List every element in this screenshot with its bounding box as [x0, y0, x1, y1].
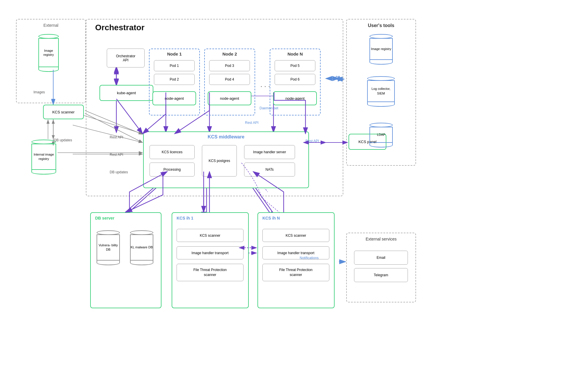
notifications-label: Notifications [300, 256, 319, 260]
kube-agent-box: kube-agent [99, 85, 153, 101]
pod4-label: Pod 4 [225, 77, 234, 81]
pod1-label: Pod 1 [170, 64, 179, 68]
node2-box: Node 2 Pod 3 Pod 4 node-agent [204, 49, 255, 115]
pod6-label: Pod 6 [290, 77, 299, 81]
images-label: Images [33, 90, 45, 94]
kcs-ihN-ftp-box: File Threat Protectionscanner [262, 264, 329, 281]
db-server-title: DB server [95, 216, 114, 220]
telegram-label: Telegram [374, 273, 388, 277]
rest-api-top-label: Rest API [245, 121, 259, 125]
rest-api-panel-label: Rest API [305, 139, 319, 143]
orchestrator-title: Orchestrator [95, 23, 145, 32]
node-agentN-label: node-agent [285, 96, 305, 101]
internal-image-registry: Internal image registry [31, 140, 56, 174]
node-agent1-box: node-agent [152, 91, 196, 105]
kcs-ihN-ftp-label: File Threat Protectionscanner [279, 268, 313, 277]
kcs-ihN-transport-box: Image handler transport [262, 246, 329, 259]
kcs-postgres-box: KCS postgres [202, 145, 237, 177]
rest-api-label-2: Rest API [110, 153, 123, 157]
vuln-db-label: Vulnera- bility DB [97, 243, 119, 252]
node1-label: Node 1 [150, 51, 199, 56]
kcs-ih1-title: KCS ih 1 [177, 216, 193, 220]
kcs-ihN-box: KCS ih N KCS scanner Image handler trans… [257, 212, 335, 308]
pod4-box: Pod 4 [209, 74, 250, 85]
ellipsis: · · · [260, 82, 270, 90]
kcs-middleware-box: KCS middleware KCS licences Processing K… [143, 131, 309, 188]
kube-agent-label: kube-agent [117, 91, 136, 95]
pod1-box: Pod 1 [154, 60, 195, 71]
kl-malware-db-cylinder: KL malware DB [130, 230, 153, 265]
pod5-box: Pod 5 [275, 60, 315, 71]
ext-image-registry-cylinder: Image registry [38, 34, 59, 72]
users-tools-box: User's tools Image registry Log collecto… [346, 19, 416, 166]
node2-label: Node 2 [205, 51, 255, 56]
pod5-label: Pod 5 [290, 64, 299, 68]
pod6-box: Pod 6 [275, 74, 315, 85]
kcs-licences-label: KCS licences [162, 150, 182, 154]
orchestrator-box: Orchestrator OrchestratorAPI kube-agent … [86, 19, 343, 196]
external-services-box: External services Email Telegram [346, 233, 416, 302]
kcs-ihN-scanner-label: KCS scanner [286, 234, 306, 238]
pod2-label: Pod 2 [170, 77, 179, 81]
kcs-ih1-ftp-box: File Threat Protectionscanner [177, 264, 244, 281]
kcs-licences-box: KCS licences [150, 145, 195, 159]
node-agent1-label: node-agent [165, 96, 184, 101]
kcs-middleware-title: KCS middleware [144, 134, 308, 140]
nodeN-box: Node N Pod 5 Pod 6 node-agent [270, 49, 321, 115]
kcs-ih1-transport-box: Image handler transport [177, 246, 244, 259]
diagram-container: External Image registry Images Orchestra… [0, 0, 574, 392]
email-box: Email [354, 251, 408, 265]
email-label: Email [376, 256, 385, 260]
ext-image-registry-label: Image registry [39, 49, 58, 57]
external-label: External [17, 23, 85, 28]
nats-label: NATs [266, 168, 274, 172]
log-collector: Log collector, SIEM [367, 76, 395, 107]
user-image-registry: Image registry [369, 34, 393, 65]
pod3-label: Pod 3 [225, 64, 234, 68]
kl-malware-db-label: KL malware DB [131, 245, 153, 250]
ldap-label: LDAP [377, 133, 385, 137]
orchestrator-api-box: OrchestratorAPI [107, 49, 145, 67]
node1-box: Node 1 Pod 1 Pod 2 node-agent [149, 49, 200, 115]
double-arrow-icon: ⇔ [335, 73, 340, 81]
kcs-ih1-ftp-label: File Threat Protectionscanner [193, 268, 227, 277]
kcs-ih1-transport-label: Image handler transport [191, 251, 228, 255]
kcs-ihN-transport-label: Image handler transport [277, 251, 314, 255]
nodeN-label: Node N [270, 51, 320, 56]
vuln-db-cylinder: Vulnera- bility DB [97, 230, 120, 265]
node-agentN-box: node-agent [273, 91, 317, 105]
kcs-ihN-title: KCS ih N [262, 216, 280, 220]
db-server-box: DB server Vulnera- bility DB KL malware … [90, 212, 161, 308]
processing-box: Processing [150, 163, 195, 177]
node-agent2-label: node-agent [220, 96, 239, 101]
image-handler-server-label: Image handler server [253, 150, 286, 154]
ldap: LDAP [369, 123, 393, 147]
telegram-box: Telegram [354, 268, 408, 282]
kcs-ih1-scanner-label: KCS scanner [200, 234, 221, 238]
pod2-box: Pod 2 [154, 74, 195, 85]
user-image-registry-label: Image registry [371, 47, 391, 51]
db-updates-label: DB updates [54, 138, 72, 142]
node-agent2-box: node-agent [208, 91, 251, 105]
rest-api-label-1: Rest API [110, 135, 123, 139]
kcs-ih1-scanner-box: KCS scanner [177, 229, 244, 242]
internal-image-registry-label: Internal image registry [32, 152, 56, 161]
nats-box: NATs [244, 163, 295, 177]
kcs-scanner-label: KCS scanner [52, 110, 75, 114]
external-services-title: External services [347, 237, 415, 241]
users-tools-title: User's tools [347, 23, 415, 28]
image-handler-server-box: Image handler server [244, 145, 295, 159]
processing-label: Processing [164, 168, 181, 172]
log-collector-label: Log collector, SIEM [368, 87, 394, 96]
kcs-scanner-box: KCS scanner [43, 105, 84, 119]
kcs-ihN-scanner-box: KCS scanner [262, 229, 329, 242]
db-updates-label-1: DB updates [110, 170, 128, 174]
pod3-box: Pod 3 [209, 60, 250, 71]
kcs-postgres-label: KCS postgres [209, 159, 230, 163]
kcs-ih1-box: KCS ih 1 KCS scanner Image handler trans… [172, 212, 249, 308]
external-image-registry-box: External Image registry [16, 19, 86, 103]
orchestrator-api-label: OrchestratorAPI [116, 54, 136, 62]
